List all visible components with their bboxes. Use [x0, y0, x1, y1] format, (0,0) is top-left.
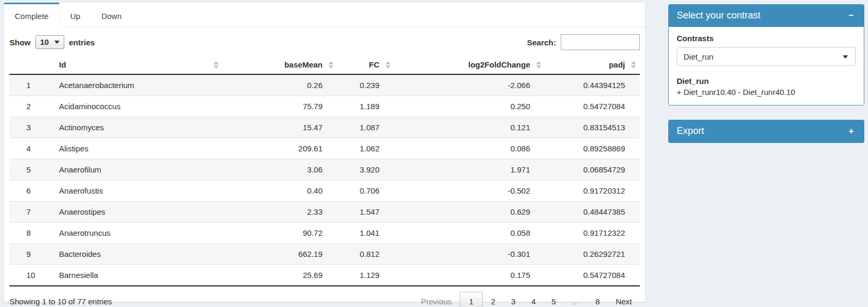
cell-fc: 1.087: [337, 117, 394, 138]
row-number: 4: [9, 138, 54, 159]
col-header-padj-label: padj: [609, 60, 625, 69]
contrast-detail: Diet_run + Diet_runr10.40 - Diet_runr40.…: [677, 76, 856, 97]
cell-padj: 0.54727084: [545, 265, 640, 286]
cell-id: Anaerostipes: [54, 202, 222, 223]
cell-id: Anaerofustis: [54, 180, 222, 202]
cell-fc: 3.920: [337, 159, 394, 180]
tab-up[interactable]: Up: [60, 3, 91, 27]
contrast-box: Select your contrast − Contrasts Diet_ru…: [668, 4, 864, 105]
col-header-log2foldchange[interactable]: log2FoldChange: [394, 55, 545, 74]
cell-log2foldchange: 0.121: [394, 117, 545, 138]
cell-fc: 1.062: [337, 138, 394, 159]
cell-fc: 0.239: [337, 74, 394, 96]
collapse-minus-icon[interactable]: −: [846, 10, 856, 21]
cell-log2foldchange: 0.250: [394, 96, 545, 117]
table-container: Show 10 entries Search:: [4, 34, 645, 307]
table-row: 5 Anaerofilum 3.06 3.920 1.971 0.0685472…: [9, 159, 640, 180]
page-button-5[interactable]: 5: [543, 292, 563, 307]
export-box-title: Export: [677, 126, 704, 137]
tab-down[interactable]: Down: [91, 3, 132, 27]
contrasts-select[interactable]: Diet_run: [677, 47, 856, 66]
table-footer: Showing 1 to 10 of 77 entries Previous 1…: [9, 292, 640, 307]
sort-icon: [328, 61, 334, 69]
cell-basemean: 90.72: [222, 223, 337, 244]
col-header-padj[interactable]: padj: [545, 55, 640, 74]
cell-log2foldchange: 1.971: [394, 159, 545, 180]
col-header-id[interactable]: Id: [54, 55, 222, 74]
sort-icon: [631, 61, 636, 69]
cell-fc: 0.706: [337, 180, 394, 202]
cell-padj: 0.48447385: [545, 202, 640, 223]
cell-log2foldchange: -0.301: [394, 244, 545, 265]
sort-icon: [213, 61, 219, 69]
contrasts-select-value: Diet_run: [684, 52, 714, 61]
cell-id: Acetanaerobacterium: [54, 74, 222, 96]
row-number: 8: [9, 223, 54, 244]
page-previous-button[interactable]: Previous: [413, 292, 460, 307]
cell-id: Actinomyces: [54, 117, 222, 138]
cell-basemean: 0.40: [222, 180, 337, 202]
table-row: 2 Acidaminococcus 75.79 1.189 0.250 0.54…: [9, 96, 640, 117]
cell-padj: 0.89258869: [545, 138, 640, 159]
page-button-4[interactable]: 4: [523, 292, 543, 307]
cell-id: Barnesiella: [54, 265, 222, 286]
contrast-box-body: Contrasts Diet_run Diet_run + Diet_runr1…: [669, 27, 864, 105]
cell-fc: 0.812: [337, 244, 394, 265]
col-header-fc[interactable]: FC: [337, 55, 394, 74]
sort-icon: [385, 61, 391, 69]
cell-basemean: 662.19: [222, 244, 337, 265]
page-length-select[interactable]: 10: [35, 35, 64, 49]
caret-down-icon: [54, 41, 60, 44]
table-row: 8 Anaerotruncus 90.72 1.041 0.058 0.9171…: [9, 223, 640, 244]
contrast-detail-formula: + Diet_runr10.40 - Diet_runr40.10: [677, 88, 856, 97]
col-header-id-label: Id: [59, 60, 66, 69]
tab-complete[interactable]: Complete: [4, 3, 60, 27]
search-input[interactable]: [561, 34, 640, 50]
contrasts-label: Contrasts: [677, 34, 856, 43]
table-row: 6 Anaerofustis 0.40 0.706 -0.502 0.91720…: [9, 180, 640, 202]
col-header-fc-label: FC: [369, 60, 379, 69]
results-tabbox: Complete Up Down Show 10 entries Search:: [4, 3, 645, 302]
cell-fc: 1.129: [337, 265, 394, 286]
cell-log2foldchange: -0.502: [394, 180, 545, 202]
cell-fc: 1.189: [337, 96, 394, 117]
expand-plus-icon[interactable]: +: [846, 126, 856, 137]
contrast-box-header: Select your contrast −: [669, 5, 864, 27]
page-button-2[interactable]: 2: [483, 292, 503, 307]
cell-basemean: 15.47: [222, 117, 337, 138]
page-length-value: 10: [40, 37, 49, 46]
sort-icon: [536, 61, 541, 69]
cell-basemean: 25.69: [222, 265, 337, 286]
contrast-box-title: Select your contrast: [677, 10, 760, 21]
cell-basemean: 0.26: [222, 74, 337, 96]
table-row: 1 Acetanaerobacterium 0.26 0.239 -2.066 …: [9, 74, 640, 96]
row-number: 9: [9, 244, 54, 265]
cell-log2foldchange: 0.058: [394, 223, 545, 244]
table-row: 7 Anaerostipes 2.33 1.547 0.629 0.484473…: [9, 202, 640, 223]
page-length-control: Show 10 entries: [9, 35, 95, 49]
cell-id: Alistipes: [54, 138, 222, 159]
cell-id: Bacteroides: [54, 244, 222, 265]
page-button-8[interactable]: 8: [588, 292, 608, 307]
col-header-basemean[interactable]: baseMean: [222, 55, 337, 74]
cell-log2foldchange: -2.066: [394, 74, 545, 96]
cell-log2foldchange: 0.086: [394, 138, 545, 159]
cell-basemean: 209.61: [222, 138, 337, 159]
page-next-button[interactable]: Next: [608, 292, 640, 307]
cell-id: Acidaminococcus: [54, 96, 222, 117]
cell-padj: 0.83154513: [545, 117, 640, 138]
export-box-header: Export +: [669, 120, 864, 142]
page-button-3[interactable]: 3: [503, 292, 523, 307]
page-button-1[interactable]: 1: [460, 292, 483, 307]
table-controls: Show 10 entries Search:: [9, 34, 640, 50]
contrast-detail-title: Diet_run: [677, 76, 856, 85]
entries-label: entries: [69, 38, 95, 47]
cell-basemean: 75.79: [222, 96, 337, 117]
page-ellipsis: …: [564, 292, 588, 307]
cell-padj: 0.91720312: [545, 180, 640, 202]
export-box: Export +: [668, 120, 864, 143]
cell-basemean: 2.33: [222, 202, 337, 223]
show-label: Show: [9, 38, 31, 47]
col-header-basemean-label: baseMean: [284, 60, 323, 69]
cell-fc: 1.547: [337, 202, 394, 223]
